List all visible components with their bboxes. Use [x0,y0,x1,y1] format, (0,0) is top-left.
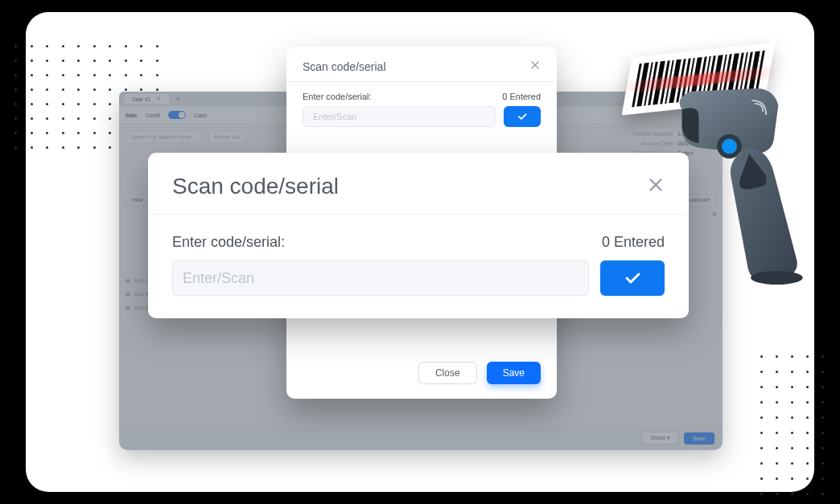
erp-credit-label: Credit [145,113,160,118]
erp-cash-label: Cash [194,113,207,118]
stage-card: Sale #1 ✕ ＋ Sale Credit Cash Search by N… [26,12,814,492]
scan-entered-count: 0 Entered [502,92,541,101]
scan-save-button[interactable]: Save [487,362,541,384]
erp-tab-add-icon[interactable]: ＋ [174,93,182,104]
svg-point-1 [722,139,737,154]
erp-save-button[interactable]: Save [684,432,714,445]
erp-phone-field[interactable]: Phone No. [208,131,246,143]
erp-customer-search[interactable]: Search by Name/Phone… [126,131,202,143]
scan-confirm-button[interactable] [504,106,541,127]
scan-modal-close-icon[interactable] [529,59,541,73]
barcode-scanner-icon [676,87,829,285]
decor-dots-bottom-right [760,355,824,495]
scan-modal-title-large: Scan code/serial [172,174,339,199]
scan-input[interactable] [303,106,496,127]
scan-modal-title: Scan code/serial [303,60,386,73]
scan-field-label: Enter code/serial: [303,92,372,101]
erp-type-label: Sale [126,113,137,118]
scanner-illustration [607,40,832,273]
erp-tab-label: Sale #1 [132,96,151,102]
erp-credit-cash-toggle[interactable] [168,111,186,119]
erp-tab-close-icon[interactable]: ✕ [156,96,161,102]
scan-input-large[interactable] [172,260,589,296]
scan-field-label-large: Enter code/serial: [172,234,285,251]
erp-share-button[interactable]: Share [641,432,679,445]
svg-point-2 [751,271,803,285]
scan-close-button[interactable]: Close [418,362,477,384]
erp-tab[interactable]: Sale #1 ✕ [124,94,169,104]
